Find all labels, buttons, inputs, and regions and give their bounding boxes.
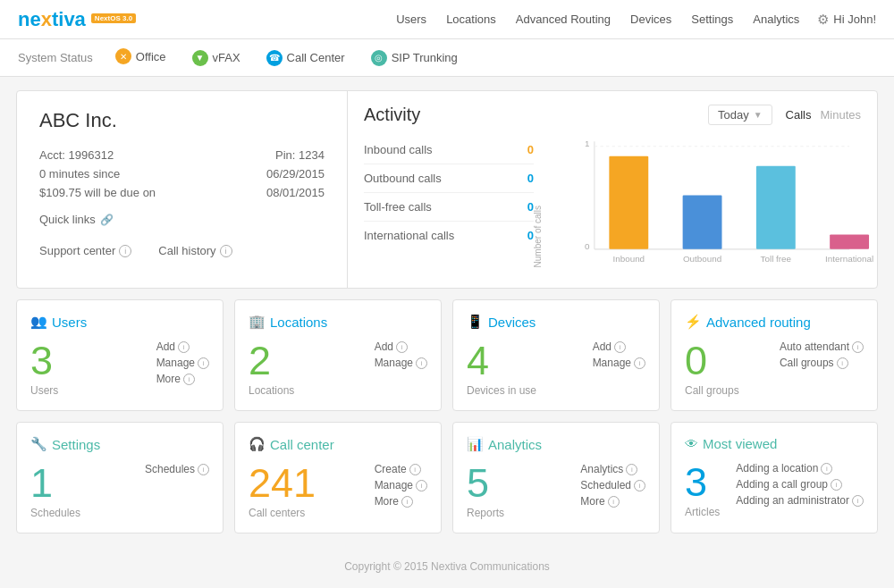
routing-actions: Auto attendant i Call groups i	[780, 340, 864, 369]
svg-text:Toll free: Toll free	[761, 254, 792, 264]
nav-link-advanced-routing[interactable]: Advanced Routing	[516, 13, 611, 26]
sub-nav-item-vfax[interactable]: ▼ vFAX	[181, 39, 251, 77]
call-history-link[interactable]: Call history i	[158, 244, 232, 257]
card-analytics-body: 5 Reports Analytics i Scheduled i More i	[467, 463, 645, 519]
pin-label: Pin: 1234	[275, 148, 325, 162]
locations-number: 2	[249, 340, 294, 381]
svg-text:Inbound: Inbound	[612, 254, 645, 264]
cc-manage[interactable]: Manage i	[375, 479, 427, 491]
footer-text: Copyright © 2015 Nextiva Communications	[344, 560, 550, 573]
cc-number: 241	[249, 463, 316, 503]
stat-tollfree-label: Toll-free calls	[364, 200, 432, 214]
support-center-icon: i	[119, 245, 131, 257]
svg-rect-7	[756, 166, 796, 249]
acct-row: Acct: 1996312 Pin: 1234	[39, 148, 325, 162]
svg-text:1: 1	[585, 139, 589, 148]
cc-create[interactable]: Create i	[375, 463, 427, 475]
nav-link-analytics[interactable]: Analytics	[753, 13, 799, 26]
analytics-actions: Analytics i Scheduled i More i	[580, 463, 645, 508]
mv-number: 3	[685, 462, 720, 502]
card-cc-body: 241 Call centers Create i Manage i More …	[249, 463, 427, 519]
settings-number: 1	[30, 463, 80, 503]
mv-add-location[interactable]: Adding a location i	[736, 462, 864, 475]
svg-rect-5	[609, 156, 648, 249]
system-status-label: System Status	[18, 51, 93, 64]
stat-inbound-label: Inbound calls	[364, 143, 433, 156]
stat-international: International calls 0	[364, 222, 534, 249]
mv-add-group[interactable]: Adding a call group i	[736, 478, 864, 491]
quick-links-label: Quick links	[39, 213, 96, 226]
minutes-label: 0 minutes since	[39, 167, 120, 181]
users-icon: 👥	[30, 314, 47, 330]
call-history-label: Call history	[158, 244, 215, 257]
sub-nav-item-sip[interactable]: ◎ SIP Trunking	[360, 39, 468, 77]
vfax-icon: ▼	[192, 50, 208, 66]
logo[interactable]: nextiva NextOS 3.0	[18, 8, 136, 31]
locations-add[interactable]: Add i	[375, 340, 427, 353]
toggle-minutes[interactable]: Minutes	[820, 108, 861, 122]
sip-icon: ◎	[371, 50, 387, 66]
sub-nav-item-office[interactable]: ✕ Office	[105, 39, 177, 77]
sub-nav: System Status ✕ Office ▼ vFAX ☎ Call Cen…	[0, 39, 894, 77]
mv-add-admin[interactable]: Adding an administrator i	[736, 494, 864, 507]
info-activity-panel: ABC Inc. Acct: 1996312 Pin: 1234 0 minut…	[16, 90, 878, 289]
link-icon: 🔗	[100, 214, 114, 226]
footer: Copyright © 2015 Nextiva Communications	[16, 547, 878, 586]
locations-manage[interactable]: Manage i	[375, 357, 427, 369]
locations-actions: Add i Manage i	[375, 340, 427, 369]
cc-manage-icon: i	[416, 480, 427, 491]
nav-link-devices[interactable]: Devices	[630, 13, 671, 26]
users-number: 3	[30, 340, 58, 381]
cc-create-icon: i	[409, 464, 421, 475]
card-devices-title: 📱 Devices	[467, 314, 645, 330]
sub-nav-item-call-center[interactable]: ☎ Call Center	[256, 39, 356, 77]
acct-label: Acct: 1996312	[39, 148, 114, 162]
cc-more-icon: i	[401, 496, 413, 508]
period-dropdown[interactable]: Today ▼	[708, 105, 772, 125]
toggle-group: Calls Minutes	[786, 108, 861, 122]
settings-schedules[interactable]: Schedules i	[145, 463, 209, 475]
analytics-more-icon: i	[608, 496, 620, 508]
nav-link-settings[interactable]: Settings	[691, 13, 733, 26]
call-center-label: Call Center	[287, 51, 345, 64]
devices-manage[interactable]: Manage i	[593, 357, 645, 369]
chart-area: Number of calls 1 0	[547, 136, 861, 274]
manage-icon: i	[198, 357, 209, 369]
users-more[interactable]: More i	[156, 373, 209, 385]
devices-actions: Add i Manage i	[593, 340, 645, 369]
cc-more[interactable]: More i	[375, 495, 427, 508]
nav-links: Users Locations Advanced Routing Devices…	[396, 13, 799, 26]
card-locations-body: 2 Locations Add i Manage i	[249, 340, 427, 397]
nav-link-locations[interactable]: Locations	[446, 13, 496, 26]
main-content: ABC Inc. Acct: 1996312 Pin: 1234 0 minut…	[0, 77, 894, 588]
svg-rect-8	[830, 234, 869, 248]
analytics-icon: 📊	[467, 436, 484, 452]
users-add[interactable]: Add i	[156, 340, 209, 353]
analytics-sched-icon: i	[634, 480, 645, 491]
analytics-scheduled[interactable]: Scheduled i	[580, 479, 645, 491]
sip-label: SIP Trunking	[392, 51, 458, 64]
support-center-link[interactable]: Support center i	[39, 244, 131, 257]
devices-add[interactable]: Add i	[593, 340, 645, 353]
groups-icon: i	[837, 357, 848, 369]
users-manage[interactable]: Manage i	[156, 357, 209, 369]
routing-call-groups[interactable]: Call groups i	[780, 357, 864, 369]
nav-link-users[interactable]: Users	[396, 13, 426, 26]
card-users-body: 3 Users Add i Manage i More i	[30, 340, 209, 397]
dev-add-icon: i	[614, 341, 626, 353]
settings-icon: 🔧	[30, 436, 47, 452]
support-row: Support center i Call history i	[39, 244, 325, 257]
more-icon: i	[183, 374, 195, 385]
analytics-reports[interactable]: Analytics i	[580, 463, 645, 475]
stat-outbound-label: Outbound calls	[364, 172, 442, 185]
card-users: 👥 Users 3 Users Add i Manage i	[16, 299, 224, 411]
cc-actions: Create i Manage i More i	[375, 463, 427, 508]
card-devices: 📱 Devices 4 Devices in use Add i Manage …	[452, 299, 660, 411]
analytics-more[interactable]: More i	[580, 495, 645, 508]
routing-auto-attendant[interactable]: Auto attendant i	[780, 340, 864, 353]
office-label: Office	[136, 50, 166, 63]
toggle-calls[interactable]: Calls	[786, 108, 812, 122]
quick-links[interactable]: Quick links 🔗	[39, 213, 325, 226]
vfax-label: vFAX	[213, 51, 240, 64]
user-greeting[interactable]: ⚙ Hi John!	[817, 12, 876, 28]
